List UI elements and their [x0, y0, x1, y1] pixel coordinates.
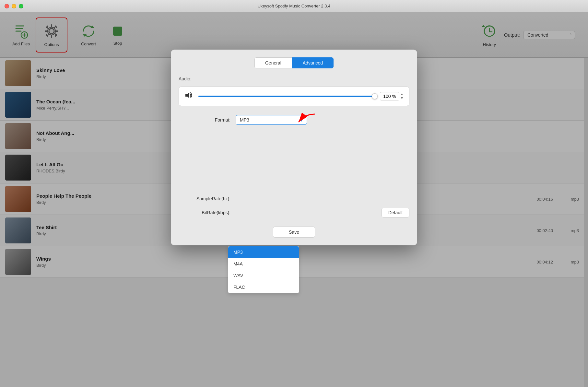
app-title: Ukeysoft Spotify Music Converter 2.3.4 — [258, 4, 331, 8]
volume-input[interactable] — [380, 92, 399, 100]
svg-marker-24 — [185, 92, 189, 98]
stepper-up[interactable]: ▲ — [400, 92, 404, 96]
dropdown-item-wav[interactable]: WAV — [228, 270, 299, 281]
format-select[interactable]: MP3 M4A WAV FLAC — [236, 115, 307, 125]
bitrate-row: BitRate(kbps): Default — [179, 208, 409, 217]
format-row: Format: MP3 M4A WAV FLAC ▼ — [179, 115, 409, 125]
dropdown-item-flac[interactable]: FLAC — [228, 281, 299, 293]
close-button[interactable] — [5, 4, 9, 8]
stepper-down[interactable]: ▼ — [400, 96, 404, 100]
format-label: Format: — [179, 117, 230, 123]
default-button[interactable]: Default — [382, 208, 409, 217]
bitrate-label: BitRate(kbps): — [179, 210, 230, 215]
volume-stepper[interactable]: ▲ ▼ — [400, 92, 404, 100]
samplerate-label: SampleRate(hz): — [179, 196, 230, 201]
volume-slider-thumb[interactable] — [372, 93, 378, 99]
save-row: Save — [179, 227, 409, 238]
volume-icon — [184, 91, 193, 102]
audio-row: ▲ ▼ — [179, 87, 409, 106]
settings-modal: General Advanced Audio: ▲ — [171, 50, 417, 245]
dropdown-item-m4a[interactable]: M4A — [228, 258, 299, 270]
speaker-icon — [184, 91, 193, 100]
modal-overlay: General Advanced Audio: ▲ — [0, 12, 588, 387]
volume-value-display: ▲ ▼ — [380, 92, 404, 100]
volume-slider-fill — [198, 96, 375, 97]
minimize-button[interactable] — [12, 4, 16, 8]
titlebar: Ukeysoft Spotify Music Converter 2.3.4 — [0, 0, 588, 12]
maximize-button[interactable] — [19, 4, 23, 8]
save-button[interactable]: Save — [273, 227, 315, 238]
audio-section-label: Audio: — [179, 76, 409, 81]
volume-slider-track[interactable] — [198, 96, 375, 97]
modal-tabs: General Advanced — [179, 57, 409, 68]
tab-general[interactable]: General — [254, 57, 292, 68]
tab-advanced[interactable]: Advanced — [292, 57, 334, 68]
format-dropdown: MP3 M4A WAV FLAC — [228, 246, 299, 293]
samplerate-row: SampleRate(hz): — [179, 196, 409, 201]
format-select-wrapper: MP3 M4A WAV FLAC ▼ — [236, 115, 307, 125]
dropdown-item-mp3[interactable]: MP3 — [228, 246, 299, 258]
window-controls — [5, 4, 23, 8]
